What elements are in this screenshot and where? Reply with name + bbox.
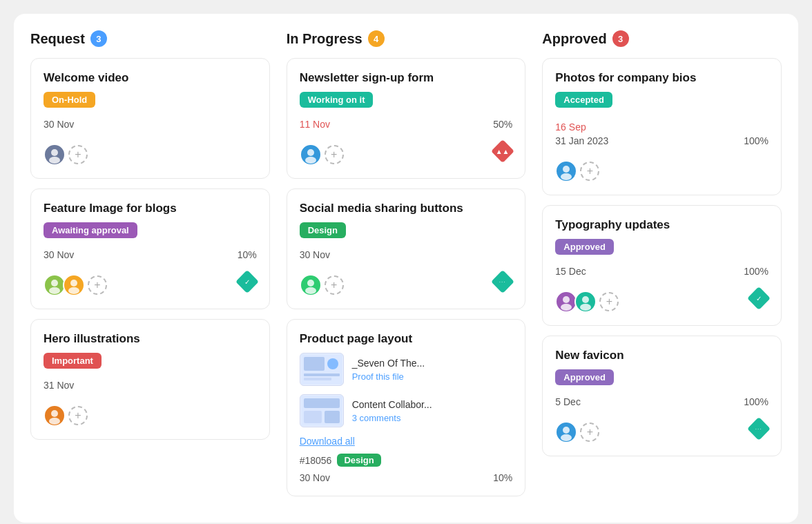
card-date-red: 16 Sep xyxy=(555,122,586,133)
tag-accepted: Accepted xyxy=(555,92,612,108)
svg-rect-14 xyxy=(304,373,340,376)
add-avatar-button[interactable]: + xyxy=(580,162,599,181)
avatar xyxy=(574,291,597,313)
svg-point-7 xyxy=(49,418,60,425)
file-row-1: _Seven Of The... Proof this file xyxy=(300,353,513,386)
avatar xyxy=(300,144,322,166)
file-info-1: _Seven Of The... Proof this file xyxy=(352,358,513,382)
card-date: 30 Nov xyxy=(44,119,74,130)
card-hero-illustrations: Hero illustrations Important 31 Nov + xyxy=(30,319,270,440)
card-percent: 50% xyxy=(493,119,512,130)
card-meta-date2: 31 Jan 2023 100% xyxy=(555,135,768,146)
card-date: 30 Nov xyxy=(44,249,74,260)
card-date: 31 Nov xyxy=(44,380,74,391)
add-avatar-button[interactable]: + xyxy=(88,275,107,295)
file-thumb-svg xyxy=(301,354,342,385)
proof-file-link[interactable]: Proof this file xyxy=(352,371,513,382)
svg-point-0 xyxy=(51,149,58,156)
tag-approved-2: Approved xyxy=(555,369,614,385)
avatars: + xyxy=(555,160,599,182)
tag-important: Important xyxy=(44,353,102,369)
card-meta-date1: 16 Sep xyxy=(555,122,768,133)
svg-rect-15 xyxy=(304,378,331,380)
tag-on-hold: On-Hold xyxy=(44,92,95,108)
column-title-in-progress: In Progress xyxy=(287,31,362,47)
svg-point-4 xyxy=(70,280,77,287)
file-thumbnail-1 xyxy=(300,353,344,386)
svg-point-22 xyxy=(561,173,572,180)
card-title: Photos for company bios xyxy=(555,71,768,85)
comments-link[interactable]: 3 comments xyxy=(352,413,513,423)
tag-design-2: Design xyxy=(337,454,380,467)
column-title-approved: Approved xyxy=(542,31,606,47)
add-avatar-button[interactable]: + xyxy=(68,406,88,425)
avatar xyxy=(300,274,322,296)
svg-point-9 xyxy=(305,157,316,164)
two-dates: 16 Sep 31 Jan 2023 100% xyxy=(555,122,768,146)
tag-design: Design xyxy=(300,222,346,238)
add-avatar-button[interactable]: + xyxy=(580,423,599,442)
avatar xyxy=(555,421,577,443)
svg-point-25 xyxy=(582,296,589,303)
card-date2: 31 Jan 2023 xyxy=(555,135,608,146)
avatars: + xyxy=(44,144,88,166)
column-header-in-progress: In Progress 4 xyxy=(287,30,526,47)
svg-point-26 xyxy=(580,304,591,311)
card-title: New favicon xyxy=(555,349,768,362)
card-percent: 100% xyxy=(744,396,768,407)
card-new-favicon: New favicon Approved 5 Dec 100% + ··· xyxy=(542,336,782,456)
card-date: 30 Nov xyxy=(300,249,330,260)
avatars: + xyxy=(300,144,344,166)
svg-rect-19 xyxy=(304,411,322,423)
svg-point-27 xyxy=(563,427,570,434)
card-footer: + ··· xyxy=(555,414,768,443)
tag-working: Working on it xyxy=(300,92,374,108)
card-typography: Typography updates Approved 15 Dec 100% … xyxy=(542,205,782,326)
card-title: Hero illustrations xyxy=(44,332,257,346)
svg-point-24 xyxy=(561,304,572,311)
svg-point-1 xyxy=(49,157,60,164)
svg-point-11 xyxy=(305,287,316,294)
avatar xyxy=(44,144,66,166)
card-title: Social media sharing buttons xyxy=(300,202,513,215)
tag-awaiting: Awaiting approval xyxy=(44,222,137,238)
avatar xyxy=(44,405,66,427)
card-feature-image: Feature Image for blogs Awaiting approva… xyxy=(30,188,270,309)
card-title: Typography updates xyxy=(555,218,768,232)
svg-point-21 xyxy=(563,166,570,173)
diamond-teal-icon-2: ✓ xyxy=(749,289,768,308)
avatar xyxy=(555,160,577,182)
card-welcome-video: Welcome video On-Hold 30 Nov + xyxy=(30,58,270,179)
add-avatar-button[interactable]: + xyxy=(325,275,344,295)
diamond-red-icon: ▲▲ xyxy=(493,142,512,161)
card-title: Product page layout xyxy=(300,332,513,346)
svg-rect-20 xyxy=(325,411,340,423)
download-all-link[interactable]: Download all xyxy=(300,436,513,447)
card-percent: 100% xyxy=(744,266,768,277)
add-avatar-button[interactable]: + xyxy=(325,145,344,164)
avatars: + xyxy=(44,405,88,427)
svg-point-16 xyxy=(327,358,338,369)
column-request: Request 3 Welcome video On-Hold 30 Nov +… xyxy=(30,30,270,506)
kanban-board: Request 3 Welcome video On-Hold 30 Nov +… xyxy=(14,14,798,523)
card-title: Newsletter sign-up form xyxy=(300,71,513,85)
svg-point-28 xyxy=(561,434,572,441)
svg-point-6 xyxy=(51,410,58,417)
card-footer: + ✓ xyxy=(555,284,768,313)
column-title-request: Request xyxy=(30,31,85,47)
avatars: + xyxy=(555,291,619,313)
card-footer: + xyxy=(555,153,768,182)
project-id: #18056 xyxy=(300,455,332,466)
card-footer: + xyxy=(44,137,257,166)
card-meta: 30 Nov xyxy=(44,119,257,130)
card-date: 15 Dec xyxy=(555,266,586,277)
card-date: 30 Nov xyxy=(300,472,330,483)
svg-point-5 xyxy=(68,287,79,294)
avatar xyxy=(63,274,85,296)
add-avatar-button[interactable]: + xyxy=(68,145,88,164)
tag-approved: Approved xyxy=(555,239,614,255)
svg-rect-13 xyxy=(304,357,325,371)
card-meta: 30 Nov 10% xyxy=(300,472,513,483)
add-avatar-button[interactable]: + xyxy=(599,292,619,311)
column-header-request: Request 3 xyxy=(30,30,270,47)
